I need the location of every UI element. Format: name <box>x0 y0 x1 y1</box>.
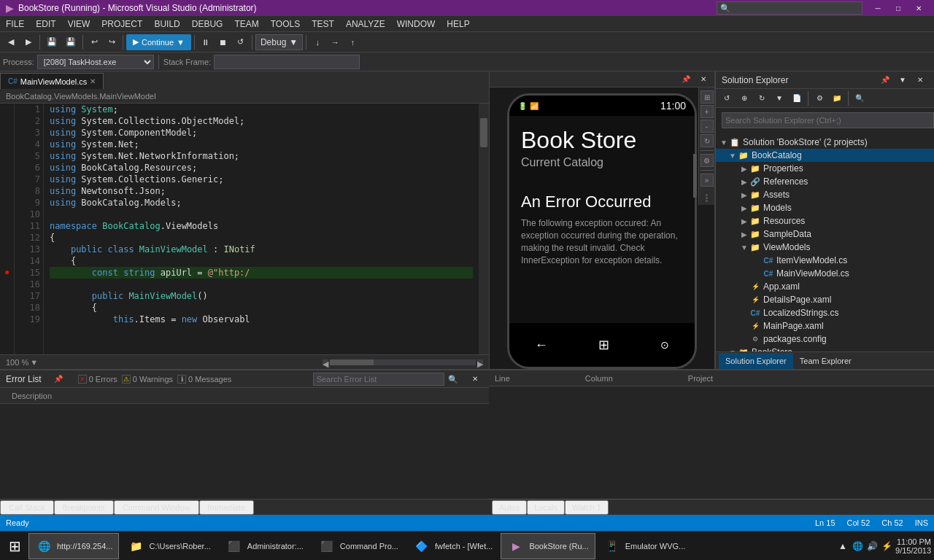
menu-item-help[interactable]: HELP <box>441 18 475 31</box>
step-out[interactable]: ↑ <box>344 34 360 50</box>
se-refresh-btn[interactable]: ↻ <box>754 90 770 106</box>
back-button[interactable]: ◀ <box>3 34 19 50</box>
tree-app-xaml[interactable]: ⚡ App.xaml <box>716 280 934 293</box>
debug-dropdown[interactable]: Debug ▼ <box>255 34 303 50</box>
team-explorer-tab[interactable]: Team Explorer <box>793 353 858 369</box>
taskbar-vs[interactable]: ▶ BookStore (Ru... <box>501 533 595 559</box>
phone-back-button[interactable]: ← <box>535 338 548 353</box>
tree-detailspage[interactable]: ⚡ DetailsPage.xaml <box>716 293 934 306</box>
start-button[interactable]: ⊞ <box>3 533 27 559</box>
taskbar-admin-cmd[interactable]: ⬛ Administrator:... <box>219 533 310 559</box>
se-collapse-btn[interactable]: ▼ <box>771 90 787 106</box>
step-over[interactable]: → <box>327 34 343 50</box>
se-pin-btn[interactable]: 📌 <box>877 72 893 88</box>
forward-button[interactable]: ▶ <box>20 34 36 50</box>
se-search-btn[interactable]: 🔍 <box>852 90 868 106</box>
zoom-fit-btn[interactable]: ⊞ <box>700 90 714 104</box>
tray-sound[interactable]: 🔊 <box>866 540 878 552</box>
menu-item-team[interactable]: TEAM <box>228 18 264 31</box>
step-into[interactable]: ↓ <box>309 34 325 50</box>
warnings-filter[interactable]: ⚠ 0 Warnings <box>122 375 173 384</box>
code-lines[interactable]: using System; using System.Collections.O… <box>44 104 479 354</box>
se-sync-btn[interactable]: ↺ <box>719 90 735 106</box>
close-button[interactable]: ✕ <box>909 0 928 16</box>
command-window-tab[interactable]: Command Window <box>114 500 199 515</box>
menu-item-tools[interactable]: TOOLS <box>265 18 306 31</box>
tree-packages-config[interactable]: ⚙ packages.config <box>716 332 934 346</box>
menu-item-file[interactable]: FILE <box>0 18 30 31</box>
tree-sampledata[interactable]: ▶ 📁 SampleData <box>716 228 934 241</box>
tree-assets[interactable]: ▶ 📁 Assets <box>716 188 934 201</box>
menu-item-build[interactable]: BUILD <box>148 18 185 31</box>
rotate-btn[interactable]: ↻ <box>700 134 714 147</box>
tab-close-btn[interactable]: ✕ <box>90 77 96 85</box>
solution-explorer-tab[interactable]: Solution Explorer <box>719 353 793 369</box>
error-search-input[interactable] <box>313 373 444 386</box>
minimize-button[interactable]: ─ <box>868 0 887 16</box>
menu-item-analyze[interactable]: ANALYZE <box>340 18 391 31</box>
messages-filter[interactable]: ℹ 0 Messages <box>177 375 231 384</box>
ep-pin-btn[interactable]: 📌 <box>50 371 66 387</box>
menu-item-window[interactable]: WINDOW <box>391 18 441 31</box>
tree-viewmodels[interactable]: ▼ 📁 ViewModels <box>716 241 934 254</box>
stack-frame-input[interactable] <box>214 55 360 69</box>
continue-button[interactable]: ▶ Continue ▼ <box>126 34 191 50</box>
tree-bookstore[interactable]: ▼ 📁 BookStore <box>716 346 934 351</box>
redo-button[interactable]: ↪ <box>104 34 120 50</box>
tree-references-1[interactable]: ▶ 🔗 References <box>716 175 934 188</box>
se-open-folder-btn[interactable]: 📁 <box>829 90 845 106</box>
tray-network[interactable]: 🌐 <box>852 540 863 552</box>
menu-item-project[interactable]: PROJECT <box>96 18 148 31</box>
scroll-thumb[interactable] <box>480 118 487 147</box>
expand-btn[interactable]: » <box>700 174 714 187</box>
menu-item-view[interactable]: VIEW <box>62 18 96 31</box>
scroll-right[interactable]: ▶ <box>477 359 483 365</box>
se-close-btn[interactable]: ✕ <box>912 72 928 88</box>
phone-search-button[interactable]: ⊙ <box>660 339 669 351</box>
taskbar-ie[interactable]: 🌐 http://169.254... <box>28 533 119 559</box>
pause-button[interactable]: ⏸ <box>198 34 214 50</box>
se-search-input[interactable] <box>722 112 934 128</box>
tree-models[interactable]: ▶ 📁 Models <box>716 201 934 214</box>
h-scroll-thumb[interactable] <box>330 359 374 365</box>
tree-localizedstrings[interactable]: C# LocalizedStrings.cs <box>716 306 934 319</box>
tree-itemviewmodel[interactable]: C# ItemViewModel.cs <box>716 254 934 267</box>
phone-home-button[interactable]: ⊞ <box>598 337 609 353</box>
process-dropdown[interactable]: [2080] TaskHost.exe <box>37 55 154 69</box>
phone-panel-pin[interactable]: 📌 <box>678 71 694 88</box>
taskbar-emulator[interactable]: 📱 Emulator WVG... <box>597 533 692 559</box>
tree-bookcatalog[interactable]: ▼ 📁 BookCatalog <box>716 149 934 162</box>
save-button[interactable]: 💾 <box>43 34 61 50</box>
locals-tab[interactable]: Locals <box>527 500 565 515</box>
code-editor[interactable]: ● 12345678910111213141516171819 using Sy… <box>0 104 489 354</box>
zoom-out-btn[interactable]: - <box>700 120 714 133</box>
errors-filter[interactable]: ✕ 0 Errors <box>78 375 117 384</box>
taskbar-fwfetch[interactable]: 🔷 fwfetch - [Wfet... <box>406 533 499 559</box>
breakpoints-tab[interactable]: Breakpoints <box>54 500 114 515</box>
tree-solution[interactable]: ▼ 📋 Solution 'BookStore' (2 projects) <box>716 136 934 149</box>
settings-btn[interactable]: ⚙ <box>700 154 714 167</box>
editor-tab-mainviewmodel[interactable]: C# MainViewModel.cs ✕ <box>0 73 104 89</box>
se-new-sol-btn[interactable]: ⊕ <box>736 90 752 106</box>
zoom-dropdown[interactable]: ▼ <box>30 358 38 367</box>
scroll-left[interactable]: ◀ <box>323 359 328 365</box>
watch1-tab[interactable]: Watch 1 <box>565 500 609 515</box>
tray-power[interactable]: ⚡ <box>881 540 892 552</box>
undo-button[interactable]: ↩ <box>86 34 102 50</box>
call-stack-tab[interactable]: Call Stack <box>0 500 54 515</box>
zoom-in-btn[interactable]: + <box>700 105 714 118</box>
horizontal-scrollbar[interactable] <box>330 359 476 365</box>
taskbar-cmd[interactable]: ⬛ Command Pro... <box>312 533 405 559</box>
immediate-tab[interactable]: Immediate <box>199 500 254 515</box>
menu-item-edit[interactable]: EDIT <box>30 18 61 31</box>
menu-item-test[interactable]: TEST <box>306 18 340 31</box>
tree-properties-1[interactable]: ▶ 📁 Properties <box>716 162 934 175</box>
restart-button[interactable]: ↺ <box>233 34 249 50</box>
tree-resources[interactable]: ▶ 📁 Resources <box>716 214 934 228</box>
editor-scrollbar[interactable] <box>479 104 489 354</box>
tree-mainpage[interactable]: ⚡ MainPage.xaml <box>716 319 934 332</box>
menu-item-debug[interactable]: DEBUG <box>186 18 229 31</box>
se-hide-btn[interactable]: ▼ <box>895 72 911 88</box>
ep-close-btn[interactable]: ✕ <box>467 371 483 387</box>
stop-button[interactable]: ⏹ <box>215 34 231 50</box>
